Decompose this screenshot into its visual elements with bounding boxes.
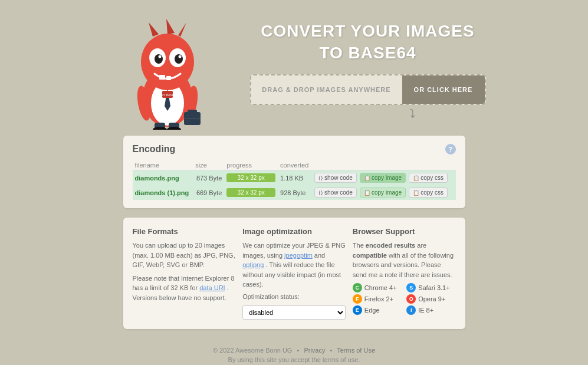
- mascot-icon: MY BASE: [120, 12, 215, 130]
- image-optimization-section: Image optimization We can optimize your …: [242, 227, 346, 320]
- hero-section: MY BASE: [0, 0, 588, 136]
- browser-name: Firefox 2+: [364, 295, 393, 302]
- browser-name: Safari 3.1+: [418, 284, 450, 291]
- browser-item: O Opera 9+: [406, 294, 455, 304]
- arrow-hint: ⤵: [409, 107, 415, 121]
- svg-marker-23: [149, 22, 159, 37]
- cell-actions: ⟨⟩ show code 📋 copy image 📋 copy css: [312, 170, 455, 186]
- svg-marker-25: [178, 22, 186, 37]
- cell-actions: ⟨⟩ show code 📋 copy image 📋 copy css: [312, 185, 455, 200]
- opera-icon: O: [406, 294, 416, 304]
- encoding-panel: Encoding ? filename size progress conver…: [123, 136, 465, 208]
- svg-marker-24: [166, 19, 175, 34]
- image-optimization-title: Image optimization: [242, 227, 346, 236]
- file-formats-title: File Formats: [133, 227, 236, 236]
- footer-notice: By using this site you accept the terms …: [228, 356, 360, 363]
- file-formats-section: File Formats You can upload up to 20 ima…: [133, 227, 236, 320]
- file-formats-text2: Please note that Internet Explorer 8 has…: [133, 274, 236, 303]
- svg-rect-21: [159, 75, 165, 80]
- safari-icon: S: [406, 283, 416, 292]
- hero-title: CONVERT YOUR IMAGES TO BASE64: [261, 21, 474, 64]
- jpegoptim-link[interactable]: jpegoptim: [284, 252, 313, 259]
- privacy-link[interactable]: Privacy: [304, 347, 325, 354]
- svg-rect-8: [188, 110, 197, 113]
- browser-support-section: Browser Support The encoded results are …: [353, 227, 456, 320]
- image-optimization-text: We can optimize your JPEG & PNG images, …: [242, 241, 346, 290]
- optimization-select[interactable]: disabled enabled: [242, 305, 346, 320]
- footer: © 2022 Awesome Bonn UG • Privacy • Terms…: [0, 341, 588, 366]
- cell-progress: 32 x 32 px: [224, 170, 278, 186]
- svg-point-19: [158, 55, 161, 58]
- data-uri-link[interactable]: data URI: [199, 284, 225, 291]
- cell-size: 669 Byte: [193, 185, 224, 200]
- help-icon[interactable]: ?: [445, 144, 456, 154]
- svg-point-18: [175, 54, 183, 64]
- terms-link[interactable]: Terms of Use: [337, 347, 375, 354]
- table-row: diamonds (1).png 669 Byte 32 x 32 px 928…: [133, 185, 456, 200]
- show-code-button[interactable]: ⟨⟩ show code: [314, 188, 357, 198]
- browser-item: E Edge: [353, 305, 402, 315]
- chrome-icon: C: [353, 283, 362, 292]
- browser-name: IE 8+: [418, 307, 433, 314]
- encoding-header: Encoding ?: [133, 144, 456, 154]
- col-filename: filename: [133, 160, 193, 170]
- cell-size: 873 Byte: [193, 170, 224, 186]
- cell-progress: 32 x 32 px: [224, 185, 278, 200]
- optipng-link[interactable]: optipng: [242, 261, 264, 268]
- svg-text:MY BASE: MY BASE: [160, 93, 174, 97]
- copyright: © 2022 Awesome Bonn UG: [213, 347, 292, 354]
- click-here-button[interactable]: OR CLICK HERE: [402, 75, 485, 104]
- browser-support-title: Browser Support: [353, 227, 456, 236]
- copy-image-button[interactable]: 📋 copy image: [360, 188, 406, 198]
- optimization-status-label: Optimization status:: [242, 293, 346, 300]
- copy-css-button[interactable]: 📋 copy css: [409, 188, 448, 198]
- col-converted: converted: [278, 160, 312, 170]
- mascot-area: MY BASE: [103, 12, 232, 130]
- copy-css-button[interactable]: 📋 copy css: [409, 173, 448, 183]
- cell-converted: 928 Byte: [278, 185, 312, 200]
- browser-support-text: The encoded results are compatible with …: [353, 241, 456, 279]
- browser-item: F Firefox 2+: [353, 294, 402, 304]
- cell-filename: diamonds.png: [133, 170, 193, 186]
- browser-item: S Safari 3.1+: [406, 283, 455, 292]
- copy-image-button[interactable]: 📋 copy image: [360, 173, 406, 183]
- firefox-icon: F: [353, 294, 362, 304]
- svg-rect-22: [166, 76, 171, 80]
- table-row: diamonds.png 873 Byte 32 x 32 px 1.18 KB…: [133, 170, 456, 186]
- cell-converted: 1.18 KB: [278, 170, 312, 186]
- main-container: Encoding ? filename size progress conver…: [117, 136, 471, 341]
- hero-right: CONVERT YOUR IMAGES TO BASE64 DRAG & DRO…: [250, 21, 486, 121]
- drag-drop-label: DRAG & DROP IMAGES ANYWHERE: [251, 75, 402, 104]
- browser-item: C Chrome 4+: [353, 283, 402, 292]
- show-code-button[interactable]: ⟨⟩ show code: [314, 173, 357, 183]
- col-size: size: [193, 160, 224, 170]
- col-progress: progress: [224, 160, 278, 170]
- encoding-table: filename size progress converted diamond…: [133, 160, 456, 200]
- file-formats-text1: You can upload up to 20 images (max. 1.0…: [133, 241, 236, 270]
- svg-point-14: [141, 34, 194, 90]
- encoding-title: Encoding: [133, 144, 176, 154]
- edge-icon: E: [353, 305, 362, 315]
- browser-item: I IE 8+: [406, 305, 455, 315]
- browser-name: Chrome 4+: [364, 284, 397, 291]
- browser-list: C Chrome 4+ S Safari 3.1+ F Firefox 2+ O…: [353, 283, 456, 315]
- cell-filename: diamonds (1).png: [133, 185, 193, 200]
- browser-name: Opera 9+: [418, 295, 445, 302]
- svg-point-20: [178, 55, 181, 58]
- ie-icon: I: [406, 305, 416, 315]
- drop-area[interactable]: DRAG & DROP IMAGES ANYWHERE OR CLICK HER…: [250, 74, 486, 105]
- bottom-grid: File Formats You can upload up to 20 ima…: [123, 218, 465, 329]
- svg-point-17: [155, 54, 163, 64]
- browser-name: Edge: [364, 307, 380, 314]
